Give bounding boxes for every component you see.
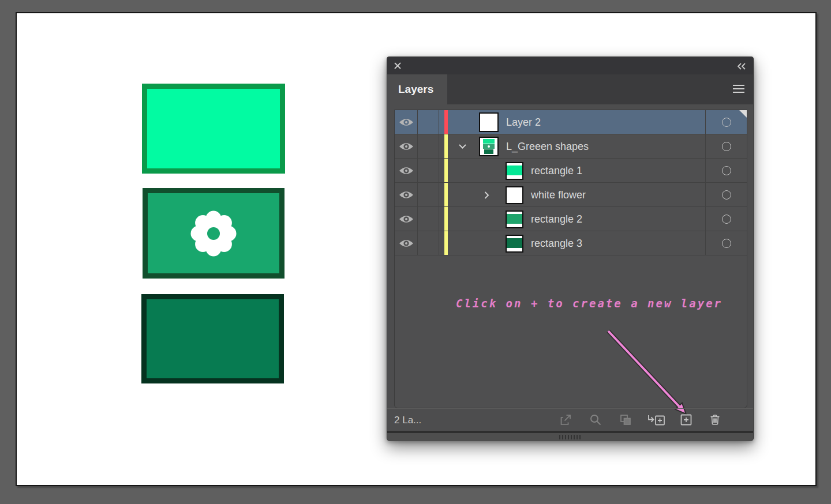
layer-row-content: rectangle 3	[448, 231, 705, 255]
layer-row[interactable]: rectangle 1	[395, 159, 747, 183]
thumbnail-mini-shape	[483, 144, 495, 149]
thumbnail-mini-shape	[484, 149, 493, 154]
panel-resize-strip[interactable]	[387, 433, 753, 441]
visibility-toggle[interactable]	[395, 231, 418, 255]
layer-name[interactable]: L_Greeen shapes	[506, 134, 589, 158]
panel-titlebar[interactable]	[387, 57, 753, 74]
chevron-right-icon[interactable]	[482, 191, 491, 202]
layer-row[interactable]: L_Greeen shapes	[395, 134, 747, 159]
target-circle-icon	[722, 215, 731, 224]
lock-toggle[interactable]	[418, 159, 439, 182]
layer-row-content: white flower	[448, 183, 705, 206]
layer-name[interactable]: rectangle 3	[531, 231, 582, 255]
resize-grip-icon[interactable]	[559, 435, 582, 439]
delete-icon[interactable]	[708, 412, 723, 427]
layer-name[interactable]: white flower	[531, 183, 586, 206]
eye-icon	[399, 190, 414, 200]
lock-toggle[interactable]	[418, 207, 439, 231]
target-circle[interactable]	[705, 231, 747, 255]
annotation-text: Click on + to create a new layer	[454, 297, 725, 310]
eye-icon	[399, 214, 414, 224]
target-circle-icon	[722, 142, 731, 151]
layer-thumbnail[interactable]	[479, 112, 499, 132]
target-circle-icon	[722, 190, 731, 200]
layer-row[interactable]: rectangle 2	[395, 207, 747, 231]
clipping-mask-icon[interactable]	[618, 412, 633, 427]
thumbnail-band	[507, 238, 522, 248]
thumbnail-mini-shape	[483, 139, 495, 144]
close-icon[interactable]	[394, 62, 401, 69]
visibility-toggle[interactable]	[395, 183, 418, 206]
layer-thumbnail[interactable]	[506, 210, 523, 228]
visibility-toggle[interactable]	[395, 110, 418, 134]
search-icon[interactable]	[588, 412, 603, 427]
target-circle[interactable]	[705, 207, 747, 231]
layer-thumbnail[interactable]	[506, 186, 523, 204]
thumbnail-dot	[488, 145, 490, 148]
visibility-toggle[interactable]	[395, 207, 418, 231]
target-circle-icon	[722, 166, 731, 175]
eye-icon	[399, 238, 414, 249]
visibility-toggle[interactable]	[395, 134, 418, 158]
collapse-panel-icon[interactable]	[736, 62, 746, 70]
white-flower-shape[interactable]	[188, 208, 239, 259]
tab-layers[interactable]: Layers	[387, 74, 447, 104]
layer-row[interactable]: Layer 2	[395, 110, 747, 134]
eye-icon	[399, 117, 414, 127]
lock-toggle[interactable]	[418, 134, 439, 158]
green-rectangle-2[interactable]	[143, 188, 285, 279]
eye-icon	[399, 166, 414, 176]
target-circle[interactable]	[705, 134, 747, 158]
layer-thumbnail[interactable]	[506, 162, 523, 180]
layer-row[interactable]: white flower	[395, 183, 747, 207]
visibility-toggle[interactable]	[395, 159, 418, 182]
target-circle[interactable]	[705, 159, 747, 182]
target-circle-icon	[722, 118, 731, 127]
panel-tabstrip: Layers	[387, 74, 753, 104]
thumbnail-band	[507, 166, 522, 175]
thumbnail-band	[507, 214, 522, 224]
layer-row-content: rectangle 1	[448, 159, 705, 182]
layer-row-content: L_Greeen shapes	[448, 134, 705, 158]
panel-statusbar: 2 La...	[387, 408, 753, 431]
new-layer-icon[interactable]	[679, 412, 694, 427]
panel-menu-icon[interactable]	[732, 84, 745, 94]
layers-panel: Layers Layer 2 L_Greeen shapes rectangle…	[387, 57, 754, 441]
lock-toggle[interactable]	[418, 110, 439, 134]
green-rectangle-1[interactable]	[142, 84, 285, 174]
layer-name[interactable]: Layer 2	[506, 110, 541, 134]
chevron-down-icon[interactable]	[458, 142, 467, 153]
new-sublayer-icon[interactable]	[645, 412, 667, 427]
layer-row[interactable]: rectangle 3	[395, 231, 747, 255]
layer-count-text: 2 La...	[394, 409, 421, 431]
layer-row-content: Layer 2	[448, 110, 705, 134]
layer-name[interactable]: rectangle 1	[531, 159, 582, 182]
eye-icon	[399, 141, 414, 152]
layer-thumbnail[interactable]	[506, 235, 523, 253]
export-icon[interactable]	[558, 412, 573, 427]
layer-row-content: rectangle 2	[448, 207, 705, 231]
target-circle-icon	[722, 239, 731, 248]
lock-toggle[interactable]	[418, 183, 439, 206]
layer-name[interactable]: rectangle 2	[531, 207, 582, 231]
selection-corner-indicator	[739, 110, 747, 118]
lock-toggle[interactable]	[418, 231, 439, 255]
layer-thumbnail[interactable]	[479, 137, 499, 156]
target-circle[interactable]	[705, 183, 747, 206]
layers-list: Layer 2 L_Greeen shapes rectangle 1 whit…	[394, 110, 747, 408]
green-rectangle-3[interactable]	[141, 294, 284, 383]
